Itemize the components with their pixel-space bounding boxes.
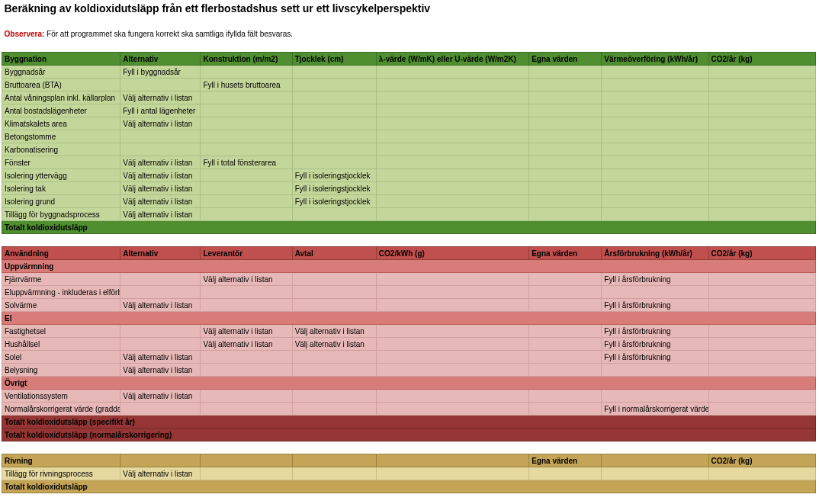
cell bbox=[602, 156, 708, 169]
cell bbox=[201, 351, 292, 364]
cell bbox=[708, 91, 815, 104]
cell bbox=[529, 467, 602, 480]
riv-total: Totalt koldioxidutsläpp bbox=[2, 480, 816, 493]
cell bbox=[708, 403, 815, 416]
cell[interactable]: Välj alternativ i listan bbox=[120, 117, 201, 130]
cell[interactable]: Fyll i årsförbrukning bbox=[602, 299, 708, 312]
cell bbox=[120, 273, 201, 286]
col-header: Egna värden bbox=[529, 53, 602, 66]
cell bbox=[529, 403, 602, 416]
cell bbox=[201, 299, 292, 312]
cell bbox=[292, 66, 376, 79]
cell bbox=[602, 286, 708, 299]
cell bbox=[529, 364, 602, 377]
cell bbox=[602, 104, 708, 117]
cell bbox=[292, 143, 376, 156]
sub-ovrigt: Övrigt bbox=[2, 377, 816, 390]
row-label: Tillägg för rivningsprocess bbox=[2, 467, 120, 480]
cell[interactable]: Fyll i isoleringstjocklek bbox=[292, 195, 376, 208]
col-header: Användning bbox=[2, 247, 120, 260]
cell[interactable]: Välj alternativ i listan bbox=[120, 467, 201, 480]
cell bbox=[292, 117, 376, 130]
col-header: Värmeöverföring (kWh/år) bbox=[602, 53, 708, 66]
cell[interactable]: Välj alternativ i listan bbox=[201, 325, 292, 338]
cell bbox=[602, 169, 708, 182]
cell[interactable]: Välj alternativ i listan bbox=[120, 390, 201, 403]
cell[interactable]: Fyll i årsförbrukning bbox=[602, 338, 708, 351]
cell[interactable]: Välj alternativ i listan bbox=[120, 91, 201, 104]
cell bbox=[201, 467, 292, 480]
cell bbox=[708, 364, 815, 377]
cell bbox=[708, 351, 815, 364]
cell bbox=[529, 390, 602, 403]
cell[interactable]: Välj alternativ i listan bbox=[120, 208, 201, 221]
cell bbox=[529, 143, 602, 156]
cell bbox=[529, 286, 602, 299]
cell[interactable]: Välj alternativ i listan bbox=[292, 338, 376, 351]
cell[interactable]: Välj alternativ i listan bbox=[120, 182, 201, 195]
cell bbox=[529, 195, 602, 208]
cell bbox=[292, 286, 376, 299]
cell bbox=[376, 79, 528, 91]
cell[interactable]: Fyll i byggnadsår bbox=[120, 66, 201, 79]
col-header: CO2/kWh (g) bbox=[376, 247, 528, 260]
row-label: Belysning bbox=[2, 364, 120, 377]
cell bbox=[708, 66, 815, 79]
cell bbox=[201, 104, 292, 117]
cell bbox=[708, 195, 815, 208]
worksheet: Beräkning av koldioxidutsläpp från ett f… bbox=[2, 2, 816, 504]
cell[interactable]: Välj alternativ i listan bbox=[201, 338, 292, 351]
cell bbox=[292, 467, 376, 480]
cell bbox=[529, 338, 602, 351]
cell[interactable]: Fyll i årsförbrukning bbox=[602, 351, 708, 364]
cell bbox=[529, 91, 602, 104]
cell bbox=[529, 182, 602, 195]
cell[interactable]: Fyll i isoleringstjocklek bbox=[292, 182, 376, 195]
cell[interactable]: Välj alternativ i listan bbox=[120, 351, 201, 364]
cell bbox=[708, 286, 815, 299]
cell bbox=[529, 299, 602, 312]
row-label: Normalårskorrigerat värde (graddagar) bbox=[2, 403, 120, 416]
cell[interactable]: Välj alternativ i listan bbox=[120, 364, 201, 377]
cell bbox=[120, 286, 201, 299]
row-label: Antal våningsplan inkl. källarplan bbox=[2, 91, 120, 104]
cell bbox=[201, 91, 292, 104]
col-header: CO2/år (kg) bbox=[708, 53, 815, 66]
cell[interactable]: Fyll i total fönsterarea bbox=[201, 156, 292, 169]
col-header bbox=[376, 454, 528, 467]
cell bbox=[602, 467, 708, 480]
cell[interactable]: Välj alternativ i listan bbox=[120, 169, 201, 182]
cell[interactable]: Fyll i antal lägenheter bbox=[120, 104, 201, 117]
cell[interactable]: Fyll i isoleringstjocklek bbox=[292, 169, 376, 182]
cell bbox=[376, 66, 528, 79]
cell[interactable]: Välj alternativ i listan bbox=[120, 299, 201, 312]
col-header: Egna värden bbox=[529, 247, 602, 260]
cell[interactable]: Fyll i normalårskorrigerat värde bbox=[602, 403, 708, 416]
row-label: Tillägg för byggnadsprocess bbox=[2, 208, 120, 221]
col-header: Konstruktion (m/m2) bbox=[201, 53, 292, 66]
note: Observera: För att programmet ska funger… bbox=[2, 27, 816, 40]
cell bbox=[708, 130, 815, 143]
cell bbox=[201, 403, 292, 416]
cell bbox=[292, 390, 376, 403]
cell[interactable]: Välj alternativ i listan bbox=[201, 273, 292, 286]
col-header: Rivning bbox=[2, 454, 120, 467]
col-header: Alternativ bbox=[120, 53, 201, 66]
cell bbox=[708, 390, 815, 403]
cell[interactable]: Välj alternativ i listan bbox=[292, 325, 376, 338]
cell bbox=[529, 79, 602, 91]
row-label: Fönster bbox=[2, 156, 120, 169]
cell[interactable]: Fyll i årsförbrukning bbox=[602, 273, 708, 286]
cell bbox=[292, 104, 376, 117]
cell bbox=[529, 104, 602, 117]
cell[interactable]: Fyll i husets bruttoarea bbox=[201, 79, 292, 91]
cell[interactable]: Fyll i årsförbrukning bbox=[602, 325, 708, 338]
cell bbox=[292, 364, 376, 377]
cell bbox=[120, 130, 201, 143]
col-header: CO2/år (kg) bbox=[708, 454, 815, 467]
cell[interactable]: Välj alternativ i listan bbox=[120, 195, 201, 208]
cell bbox=[201, 390, 292, 403]
cell bbox=[376, 364, 528, 377]
cell bbox=[602, 364, 708, 377]
cell[interactable]: Välj alternativ i listan bbox=[120, 156, 201, 169]
